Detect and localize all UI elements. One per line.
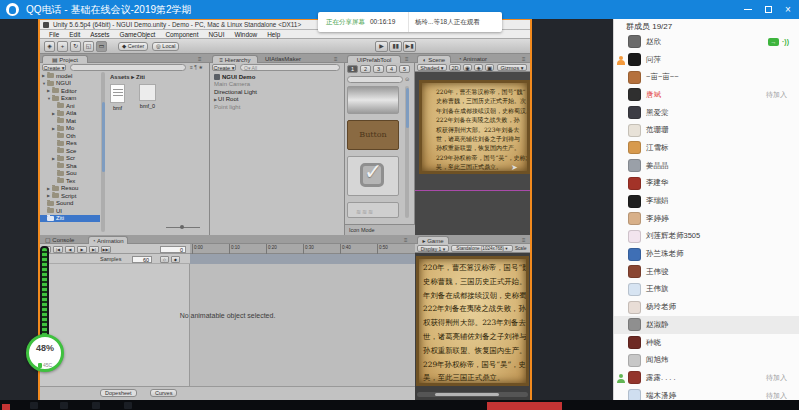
scene-audio-icon[interactable]: ◈ bbox=[474, 64, 483, 71]
project-tree-item[interactable]: Sound bbox=[40, 200, 100, 208]
taskbar-icon[interactable] bbox=[60, 402, 68, 409]
game-panel-menu-icon[interactable]: ≡ bbox=[522, 237, 526, 243]
prefab-page-button[interactable]: 2 bbox=[360, 65, 371, 73]
member-row[interactable]: 王伟骏 bbox=[614, 263, 799, 281]
hierarchy-panel-menu-icon[interactable]: ≡ bbox=[334, 56, 338, 62]
pivot-local-button[interactable]: ◎ Local bbox=[152, 42, 179, 51]
play-anim-button[interactable]: ▶ bbox=[77, 246, 87, 253]
project-tree-item[interactable]: Res bbox=[40, 140, 100, 148]
menu-item[interactable]: Assets bbox=[85, 30, 114, 38]
maximize-button[interactable] bbox=[760, 2, 776, 17]
shaded-dropdown[interactable]: Shaded ▾ bbox=[417, 64, 447, 71]
member-row[interactable]: 闻旭炜 bbox=[614, 351, 799, 369]
gear-icon[interactable]: ⊙ bbox=[405, 76, 409, 82]
asset-zoom-knob[interactable] bbox=[180, 225, 184, 229]
project-tree-item[interactable]: Ani bbox=[40, 102, 100, 110]
project-create-button[interactable]: Create ▾ bbox=[42, 64, 66, 71]
prefab-scrollbar[interactable] bbox=[405, 86, 409, 218]
project-tree-item[interactable]: ▶model bbox=[40, 72, 100, 80]
game-scrollbar-track[interactable] bbox=[417, 392, 528, 397]
disclosure-triangle-icon[interactable]: ▶ bbox=[214, 97, 217, 102]
member-row[interactable]: ~亩~亩~~ bbox=[614, 68, 799, 86]
member-row[interactable]: 赵淑静 bbox=[614, 316, 799, 334]
member-row[interactable]: 问萍 bbox=[614, 51, 799, 69]
next-key-button[interactable]: ▶| bbox=[89, 246, 99, 253]
menu-item[interactable]: Window bbox=[229, 30, 262, 38]
tab-game[interactable]: ▸ Game bbox=[417, 236, 449, 244]
member-row[interactable]: 姜晶晶 bbox=[614, 157, 799, 175]
asset-item[interactable]: bmf_0 bbox=[139, 84, 156, 111]
project-tree-item[interactable]: ▶Editor bbox=[40, 87, 100, 95]
project-tree-item[interactable]: Ziti bbox=[40, 215, 100, 223]
project-tree-item[interactable]: Sce bbox=[40, 147, 100, 155]
display-dropdown[interactable]: Display 1 ▾ bbox=[417, 245, 449, 252]
menu-item[interactable]: NGUI bbox=[203, 30, 229, 38]
member-row[interactable]: 刘莲辉老师3505 bbox=[614, 228, 799, 246]
step-button[interactable]: ▶▮ bbox=[403, 41, 416, 52]
dopesheet-button[interactable]: Dopesheet bbox=[100, 389, 137, 397]
project-tree-item[interactable]: Mat bbox=[40, 117, 100, 125]
taskbar-icon[interactable] bbox=[30, 402, 38, 409]
scale-tool-icon[interactable]: ◱ bbox=[83, 41, 94, 52]
project-tree-item[interactable]: ▶Mo bbox=[40, 125, 100, 133]
hierarchy-search-input[interactable]: Q▾ All bbox=[240, 64, 340, 71]
project-tree-item[interactable]: ▼Exam bbox=[40, 95, 100, 103]
add-keyframe-icon[interactable]: ◇ bbox=[160, 256, 169, 263]
project-tree-scrollbar[interactable] bbox=[101, 72, 105, 232]
member-row[interactable]: 种晓 bbox=[614, 334, 799, 352]
project-tree-item[interactable]: ▼NGUI bbox=[40, 80, 100, 88]
tab-uiprefabtool[interactable]: UIPrefabTool bbox=[347, 55, 401, 63]
member-row[interactable]: 赵欣·)) bbox=[614, 33, 799, 51]
member-row[interactable]: 露露. . . .待加入 bbox=[614, 369, 799, 387]
project-search-input[interactable] bbox=[70, 64, 186, 71]
prefab-tile-partial[interactable]: ≋≋≋ bbox=[347, 202, 399, 218]
pivot-center-button[interactable]: ◆ Center bbox=[118, 42, 148, 51]
scene-lighting-icon[interactable]: ◉ bbox=[463, 64, 472, 71]
play-button[interactable]: ▶ bbox=[375, 41, 388, 52]
hierarchy-create-button[interactable]: Create ▾ bbox=[212, 64, 236, 71]
add-event-icon[interactable]: ◆ bbox=[171, 256, 180, 263]
2d-toggle[interactable]: 2D bbox=[449, 64, 461, 71]
project-breadcrumb[interactable]: Assets ▸ Ziti bbox=[110, 73, 145, 80]
frame-field[interactable]: 0 bbox=[160, 246, 186, 253]
project-tree-item[interactable]: Oth bbox=[40, 132, 100, 140]
project-tree-item[interactable]: ▶Atla bbox=[40, 110, 100, 118]
prefab-tile-button[interactable]: Button bbox=[347, 120, 399, 150]
menu-item[interactable]: GameObject bbox=[115, 30, 161, 38]
member-row[interactable]: 唐斌待加入 bbox=[614, 86, 799, 104]
pause-button[interactable]: ▮▮ bbox=[389, 41, 402, 52]
project-toolbar-icons[interactable]: ≡ ¶ ★ bbox=[190, 64, 203, 70]
prefab-tile-checkbox[interactable]: ✓ bbox=[347, 156, 399, 196]
hierarchy-item[interactable]: Point light bbox=[210, 103, 345, 111]
member-row[interactable]: 王伟旗 bbox=[614, 281, 799, 299]
menu-item[interactable]: Component bbox=[160, 30, 203, 38]
icon-mode-bar[interactable]: Icon Mode bbox=[345, 224, 415, 235]
scene-effects-icon[interactable]: ▣ bbox=[485, 64, 494, 71]
tab-animation[interactable]: ◔ Animation bbox=[88, 236, 128, 244]
gizmos-dropdown[interactable]: Gizmos ▾ bbox=[497, 64, 527, 71]
close-button[interactable]: × bbox=[780, 2, 796, 17]
hierarchy-item[interactable]: Main Camera bbox=[210, 81, 345, 89]
tab-project[interactable]: ▤ Project bbox=[42, 55, 88, 63]
member-row[interactable]: 杨玲老师 bbox=[614, 298, 799, 316]
share-viewers[interactable]: 杨玲...等18人正在观看 bbox=[415, 12, 480, 32]
project-tree-item[interactable]: UI bbox=[40, 207, 100, 215]
resolution-dropdown[interactable]: Standalone (1024x768) ▾ bbox=[451, 245, 513, 252]
project-panel-menu-icon[interactable]: ≡ bbox=[198, 56, 202, 62]
member-row[interactable]: 李瑞娟 bbox=[614, 192, 799, 210]
project-tree-item[interactable]: Sou bbox=[40, 170, 100, 178]
tab-animator[interactable]: ◔ Animator bbox=[455, 55, 490, 63]
animation-panel-menu-icon[interactable]: ≡ bbox=[404, 237, 408, 243]
last-frame-button[interactable]: ▶▶| bbox=[101, 246, 111, 253]
project-tree-item[interactable]: Tex bbox=[40, 177, 100, 185]
rect-tool-icon[interactable]: ▭ bbox=[96, 41, 107, 52]
prefab-page-button[interactable]: 1 bbox=[347, 65, 358, 73]
member-row[interactable]: 李建华 bbox=[614, 175, 799, 193]
member-row[interactable]: 李婷婷 bbox=[614, 210, 799, 228]
game-scrollbar-thumb[interactable] bbox=[435, 393, 499, 396]
menu-item[interactable]: Edit bbox=[64, 30, 85, 38]
member-row[interactable]: 范珊珊 bbox=[614, 121, 799, 139]
minimize-button[interactable] bbox=[740, 2, 756, 17]
tab-hierarchy[interactable]: ≡ Hierarchy bbox=[212, 55, 258, 63]
taskbar-icon[interactable] bbox=[124, 402, 132, 409]
